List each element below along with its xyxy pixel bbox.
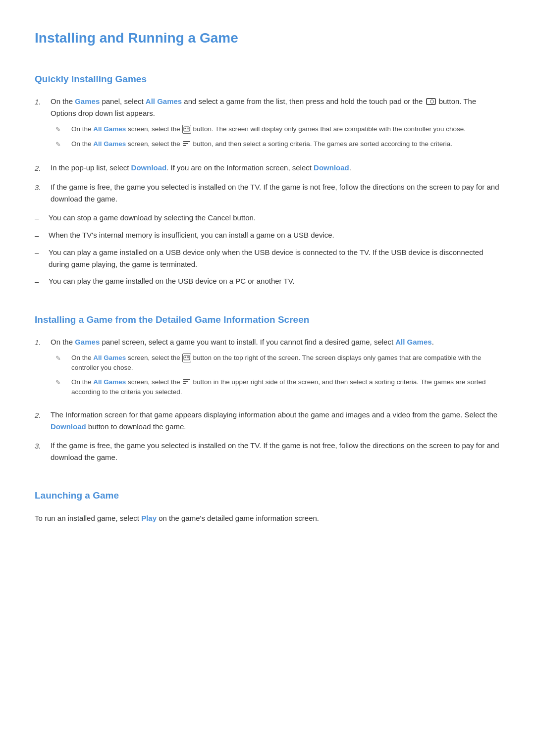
step-number-1: 1. xyxy=(35,96,51,108)
bullet-2-text: When the TV's internal memory is insuffi… xyxy=(49,229,500,241)
step-number-3: 3. xyxy=(35,181,51,194)
detail-step-number-2: 2. xyxy=(35,409,51,421)
detail-step-2-text: The Information screen for that game app… xyxy=(51,410,497,431)
note-1-2-text: On the All Games screen, select the butt… xyxy=(71,139,500,149)
bullet-dash-1: – xyxy=(35,212,49,224)
step-1-content: On the Games panel, select All Games and… xyxy=(51,96,500,155)
bullet-4-text: You can play the game installed on the U… xyxy=(49,275,500,287)
detail-note-1-1-text: On the All Games screen, select the butt… xyxy=(71,353,500,373)
pencil-icon-2: ✎ xyxy=(55,140,68,150)
pencil-icon-4: ✎ xyxy=(55,378,68,388)
download-link-2: Download xyxy=(314,163,349,172)
bullet-1: – You can stop a game download by select… xyxy=(35,212,500,224)
detail-step-1-content: On the Games panel screen, select a game… xyxy=(51,336,500,402)
bullet-dash-4: – xyxy=(35,275,49,288)
download-link-1: Download xyxy=(131,163,167,172)
step-1-notes: ✎ On the All Games screen, select the bu… xyxy=(55,124,500,150)
bullet-2: – When the TV's internal memory is insuf… xyxy=(35,229,500,242)
detail-step-3-text: If the game is free, the game you select… xyxy=(51,441,499,461)
step-1: 1. On the Games panel, select All Games … xyxy=(35,96,500,155)
controller-icon-1 xyxy=(182,125,191,134)
step-number-2: 2. xyxy=(35,162,51,174)
detail-note-1-1: ✎ On the All Games screen, select the bu… xyxy=(55,353,500,373)
section-title-detailed: Installing a Game from the Detailed Game… xyxy=(35,312,500,327)
all-games-note-3: All Games xyxy=(93,354,126,361)
bullet-3: – You can play a game installed on a USB… xyxy=(35,247,500,270)
games-link-1: Games xyxy=(75,97,100,105)
bullet-4: – You can play the game installed on the… xyxy=(35,275,500,288)
launching-intro-before: To run an installed game, select xyxy=(35,514,141,522)
steps-list-2: 1. On the Games panel screen, select a g… xyxy=(35,336,500,463)
step-1-text: On the Games panel, select All Games and… xyxy=(51,97,476,117)
detail-step-1-text: On the Games panel screen, select a game… xyxy=(51,338,434,346)
note-1-2: ✎ On the All Games screen, select the bu… xyxy=(55,139,500,150)
step-3: 3. If the game is free, the game you sel… xyxy=(35,181,500,205)
detail-step-3-content: If the game is free, the game you select… xyxy=(51,440,500,463)
section-title-quickly-installing: Quickly Installing Games xyxy=(35,72,500,87)
bullet-dash-3: – xyxy=(35,247,49,259)
controller-icon-2 xyxy=(182,353,191,362)
section-quickly-installing: Quickly Installing Games 1. On the Games… xyxy=(35,72,500,288)
all-games-link-1: All Games xyxy=(146,97,182,105)
games-link-2: Games xyxy=(75,338,100,346)
note-1-1: ✎ On the All Games screen, select the bu… xyxy=(55,124,500,135)
all-games-note-4: All Games xyxy=(93,378,126,386)
bullet-list-1: – You can stop a game download by select… xyxy=(35,212,500,288)
detail-step-number-3: 3. xyxy=(35,440,51,452)
step-3-text: If the game is free, the game you select… xyxy=(51,183,499,203)
section-title-launching: Launching a Game xyxy=(35,488,500,503)
bullet-dash-2: – xyxy=(35,229,49,242)
play-link: Play xyxy=(141,514,157,522)
all-games-note-1: All Games xyxy=(93,125,126,133)
bullet-1-text: You can stop a game download by selectin… xyxy=(49,212,500,224)
filter-icon-1 xyxy=(183,141,190,146)
download-link-3: Download xyxy=(51,422,86,431)
launching-intro-after: on the game's detailed game information … xyxy=(157,514,319,522)
section-installing-detailed: Installing a Game from the Detailed Game… xyxy=(35,312,500,463)
steps-list-1: 1. On the Games panel, select All Games … xyxy=(35,96,500,205)
svg-point-5 xyxy=(187,356,189,358)
launching-intro: To run an installed game, select Play on… xyxy=(35,512,500,524)
detail-step-1: 1. On the Games panel screen, select a g… xyxy=(35,336,500,402)
gamepad-icon xyxy=(426,98,436,105)
note-1-1-text: On the All Games screen, select the butt… xyxy=(71,124,500,134)
step-2-content: In the pop-up list, select Download. If … xyxy=(51,162,500,174)
step-3-content: If the game is free, the game you select… xyxy=(51,181,500,205)
pencil-icon-3: ✎ xyxy=(55,353,68,364)
all-games-link-2: All Games xyxy=(395,338,431,346)
detail-step-1-notes: ✎ On the All Games screen, select the bu… xyxy=(55,353,500,397)
detail-step-number-1: 1. xyxy=(35,336,51,349)
step-2-text: In the pop-up list, select Download. If … xyxy=(51,163,351,172)
detail-step-2: 2. The Information screen for that game … xyxy=(35,409,500,433)
page-title: Installing and Running a Game xyxy=(35,27,500,54)
all-games-note-2: All Games xyxy=(93,140,126,148)
detail-step-3: 3. If the game is free, the game you sel… xyxy=(35,440,500,463)
detail-note-1-2: ✎ On the All Games screen, select the bu… xyxy=(55,377,500,398)
svg-point-1 xyxy=(187,128,189,129)
detail-note-1-2-text: On the All Games screen, select the butt… xyxy=(71,377,500,398)
detail-step-2-content: The Information screen for that game app… xyxy=(51,409,500,433)
filter-icon-2 xyxy=(183,379,190,384)
step-2: 2. In the pop-up list, select Download. … xyxy=(35,162,500,174)
pencil-icon-1: ✎ xyxy=(55,125,68,135)
bullet-3-text: You can play a game installed on a USB d… xyxy=(49,247,500,270)
section-launching: Launching a Game To run an installed gam… xyxy=(35,488,500,524)
